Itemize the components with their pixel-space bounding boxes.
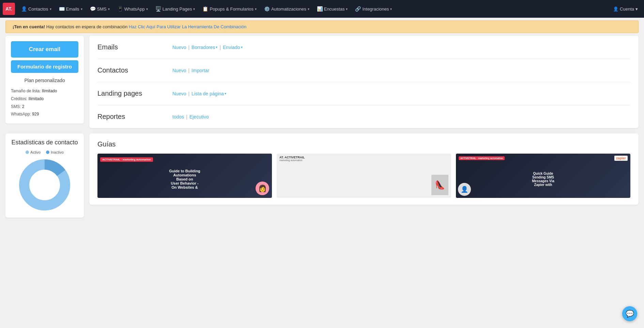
stat-creditos: Créditos: Ilimitado [11, 95, 78, 103]
integraciones-icon: 🔗 [355, 6, 361, 12]
guide-3-text: Quick GuideSending SMSMessages ViaZapier… [529, 169, 557, 189]
panel-row-landing-pages: Landing pages Nuevo | Lista de página ▾ [97, 82, 630, 105]
formulario-registro-button[interactable]: Formulario de registro [11, 60, 78, 73]
nav-label-popups: Popups & Formularios [210, 6, 254, 12]
stats-legend: Activo Inactivo [11, 150, 78, 154]
nav-label-sms: SMS [97, 6, 107, 12]
stat-lista-value: Ilimitado [42, 89, 57, 93]
nav-item-automatizaciones[interactable]: ⚙️ Automatizaciones ▾ [261, 4, 313, 14]
stat-sms-label: SMS: [11, 104, 21, 109]
stat-whatsapp-label: WhatsApp: [11, 112, 31, 116]
banner-bold: ¡Ten en cuenta! [13, 24, 45, 29]
nav-label-whatsapp: WhatsApp [124, 6, 145, 12]
app-logo: AT. [3, 3, 15, 15]
reportes-todos-link[interactable]: todos [172, 114, 184, 120]
row-actions-emails: Nuevo | Borradores ▾ | Enviado ▾ [172, 45, 243, 50]
emails-borradores-dropdown[interactable]: Borradores ▾ [191, 45, 217, 50]
sidebar: Crear email Formulario de registro Plan … [5, 36, 84, 134]
chevron-down-icon: ▾ [108, 7, 110, 11]
nav-label-cuenta: Cuenta [620, 6, 634, 12]
landing-pages-icon: 🖥️ [155, 6, 161, 12]
landing-nuevo-link[interactable]: Nuevo [172, 91, 186, 96]
sep: | [219, 45, 221, 50]
guide-item-3[interactable]: ACTIVETRAIL · marketing automation zapie… [456, 154, 630, 198]
chevron-down-icon: ▾ [241, 45, 243, 49]
row-label-emails: Emails [97, 43, 172, 51]
sep: | [188, 91, 189, 96]
reportes-ejecutivo-link[interactable]: Ejecutivo [189, 114, 209, 120]
guias-grid: ACTIVETRAIL · marketing automation Guide… [97, 154, 630, 198]
popups-icon: 📋 [202, 6, 208, 12]
sms-icon: 💬 [90, 6, 96, 12]
stats-sidebar: Estadísticas de contacto Activo Inactivo [5, 134, 84, 218]
guide-item-2[interactable]: AT. ACTIVETRAIL marketing automation 👠 [277, 154, 451, 198]
row-actions-landing-pages: Nuevo | Lista de página ▾ [172, 91, 226, 96]
nav-label-emails: Emails [66, 6, 79, 12]
nav-item-popups[interactable]: 📋 Popups & Formularios ▾ [199, 4, 260, 14]
stat-creditos-label: Créditos: [11, 96, 27, 101]
guide-thumb-2: AT. ACTIVETRAIL marketing automation 👠 [277, 154, 451, 198]
sep: | [186, 114, 187, 120]
donut-chart [17, 158, 72, 212]
emails-borradores-link[interactable]: Borradores [191, 45, 215, 50]
chat-bubble-button[interactable]: 💬 [622, 306, 637, 321]
sep: | [188, 68, 189, 73]
guide-thumb-1: ACTIVETRAIL · marketing automation Guide… [97, 154, 272, 198]
stats-card: Estadísticas de contacto Activo Inactivo [5, 134, 84, 218]
panel-card: Emails Nuevo | Borradores ▾ | Enviado ▾ [89, 36, 639, 128]
chevron-down-icon: ▾ [216, 45, 217, 49]
row-label-reportes: Reportes [97, 113, 172, 121]
guias-card: Guías ACTIVETRAIL · marketing automation… [89, 134, 639, 205]
landing-lista-link[interactable]: Lista de página [191, 91, 224, 96]
row-actions-contactos: Nuevo | Importar [172, 68, 209, 73]
landing-lista-dropdown[interactable]: Lista de página ▾ [191, 91, 226, 96]
emails-enviado-link[interactable]: Enviado [223, 45, 240, 50]
row-label-landing-pages: Landing pages [97, 90, 172, 97]
account-icon: 👤 [613, 6, 618, 12]
nav-item-landing-pages[interactable]: 🖥️ Landing Pages ▾ [152, 4, 199, 14]
chevron-down-icon: ▾ [193, 7, 195, 11]
stat-sms-value: 2 [22, 104, 25, 109]
nav-label-integraciones: Integraciones [362, 6, 389, 12]
nav-item-integraciones[interactable]: 🔗 Integraciones ▾ [352, 4, 395, 14]
emails-enviado-dropdown[interactable]: Enviado ▾ [223, 45, 243, 50]
guide-1-text: Guide to BuildingAutomationsBased onUser… [166, 166, 203, 192]
nav-item-whatsapp[interactable]: 📱 WhatsApp ▾ [114, 4, 151, 14]
guide-item-1[interactable]: ACTIVETRAIL · marketing automation Guide… [97, 154, 272, 198]
nav-item-emails[interactable]: ✉️ Emails ▾ [56, 4, 86, 14]
panel-row-reportes: Reportes todos | Ejecutivo [97, 105, 630, 128]
plan-stats: Tamaño de lista: Ilimitado Créditos: Ili… [11, 87, 78, 118]
legend-inactivo: Inactivo [46, 150, 64, 154]
emails-nuevo-link[interactable]: Nuevo [172, 45, 186, 50]
contactos-nuevo-link[interactable]: Nuevo [172, 68, 186, 73]
nav-item-encuestas[interactable]: 📊 Encuestas ▾ [313, 4, 351, 14]
nav-item-contactos[interactable]: 👤 Contactos ▾ [18, 4, 55, 14]
nav-item-sms[interactable]: 💬 SMS ▾ [87, 4, 113, 14]
inactivo-dot [46, 151, 49, 154]
chevron-down-icon: ▾ [146, 7, 148, 11]
sep: | [188, 45, 189, 50]
chevron-down-icon: ▾ [255, 7, 257, 11]
banner-message: Hay contactos en espera de combinación [46, 24, 129, 29]
panel-row-emails: Emails Nuevo | Borradores ▾ | Enviado ▾ [97, 36, 630, 59]
stats-title: Estadísticas de contacto [11, 139, 78, 146]
automatizaciones-icon: ⚙️ [264, 6, 270, 12]
crear-email-button[interactable]: Crear email [11, 41, 78, 58]
stat-lista: Tamaño de lista: Ilimitado [11, 87, 78, 95]
chevron-down-icon: ▾ [346, 7, 348, 11]
navbar: AT. 👤 Contactos ▾ ✉️ Emails ▾ 💬 SMS ▾ 📱 … [0, 0, 644, 18]
row-label-contactos: Contactos [97, 66, 172, 74]
chevron-down-icon: ▾ [81, 7, 82, 11]
contactos-icon: 👤 [21, 6, 27, 12]
guias-title: Guías [97, 140, 630, 148]
stat-creditos-value: Ilimitado [28, 96, 44, 101]
guide-thumb-3: ACTIVETRAIL · marketing automation zapie… [456, 154, 630, 198]
chevron-down-icon: ▾ [635, 6, 638, 12]
inactivo-label: Inactivo [51, 150, 64, 154]
nav-label-contactos: Contactos [28, 6, 48, 12]
banner-link[interactable]: Haz Clic Aquí Para Utilizar La Herramien… [129, 24, 246, 29]
nav-account[interactable]: 👤 Cuenta ▾ [610, 4, 641, 14]
stat-sms: SMS: 2 [11, 103, 78, 111]
contactos-importar-link[interactable]: Importar [191, 68, 209, 73]
chevron-down-icon: ▾ [390, 7, 392, 11]
